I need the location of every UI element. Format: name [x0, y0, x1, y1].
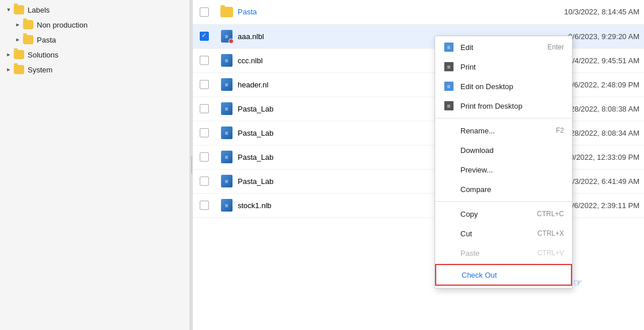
- file-name: Pasta_Lab: [238, 105, 273, 113]
- file-name: Pasta_Lab: [238, 177, 273, 186]
- print-icon: [443, 61, 455, 72]
- table-row: Pasta_Lab9/28/2022, 8:08:38 AM: [193, 97, 644, 121]
- file-checkbox[interactable]: [200, 7, 209, 17]
- folder-icon: [14, 5, 24, 14]
- checkout-icon: [444, 269, 456, 281]
- download-icon: [443, 144, 455, 156]
- menu-shortcut: F2: [556, 126, 564, 135]
- file-checkbox[interactable]: [200, 80, 209, 89]
- rename-icon: [443, 125, 455, 136]
- file-checkbox[interactable]: [200, 201, 209, 210]
- menu-item-rename[interactable]: Rename... F2: [435, 121, 572, 140]
- file-type-icon: [220, 102, 233, 115]
- file-name: ccc.nlbl: [238, 56, 262, 65]
- file-type-icon: [220, 78, 233, 91]
- file-link[interactable]: Pasta: [238, 7, 257, 16]
- menu-shortcut: Enter: [547, 43, 564, 51]
- file-name: header.nl: [238, 80, 269, 89]
- file-type-icon: [220, 199, 233, 212]
- file-date: 10/3/2022, 8:14:45 AM: [529, 0, 644, 24]
- menu-item-label: Print from Desktop: [460, 102, 564, 110]
- menu-item-label: Rename...: [460, 126, 551, 135]
- table-row: Pasta10/3/2022, 8:14:45 AM: [193, 0, 644, 24]
- menu-item-label: Paste: [460, 249, 533, 258]
- file-list: Pasta10/3/2022, 8:14:45 AMaaa.nlbl9/6/20…: [193, 0, 644, 218]
- edit-desktop-icon: [443, 80, 455, 92]
- cut-icon: [443, 228, 455, 239]
- file-type-icon: [220, 151, 233, 163]
- table-row: Pasta_Lab9/28/2022, 8:08:34 AM: [193, 121, 644, 145]
- file-checkbox[interactable]: [200, 152, 209, 162]
- menu-item-label: Print: [460, 63, 564, 71]
- menu-item-compare[interactable]: Compare: [435, 179, 572, 199]
- menu-item-edit[interactable]: Edit Enter: [435, 37, 572, 57]
- folder-icon: [220, 7, 233, 17]
- sidebar-item-solutions[interactable]: Solutions: [0, 47, 189, 62]
- menu-item-label: Preview...: [460, 166, 564, 174]
- file-name: Pasta_Lab: [238, 153, 273, 162]
- file-name: aaa.nlbl: [238, 32, 264, 41]
- preview-icon: [443, 164, 455, 175]
- file-type-icon: [220, 54, 233, 67]
- menu-shortcut: CTRL+C: [537, 210, 564, 218]
- menu-item-preview[interactable]: Preview...: [435, 160, 572, 179]
- file-type-icon: [220, 30, 233, 43]
- menu-item-checkout[interactable]: Check Out ☞: [435, 264, 572, 286]
- sidebar-item-label: Non production: [37, 21, 87, 29]
- menu-item-label: Edit on Desktop: [460, 82, 564, 91]
- sidebar-item-pasta[interactable]: Pasta: [0, 32, 189, 47]
- menu-item-label: Copy: [460, 210, 532, 218]
- cursor-icon: ☞: [573, 277, 582, 289]
- paste-icon: [443, 247, 455, 259]
- file-type-icon: [220, 175, 233, 187]
- arrow-icon: [5, 66, 13, 74]
- main-content: Pasta10/3/2022, 8:14:45 AMaaa.nlbl9/6/20…: [193, 0, 644, 330]
- menu-item-label: Edit: [460, 43, 543, 52]
- copy-icon: [443, 208, 455, 220]
- menu-item-label: Check Out: [462, 271, 563, 279]
- menu-item-label: Compare: [460, 185, 564, 194]
- context-menu: Edit Enter Print Edit on Desktop Print f…: [435, 36, 573, 289]
- sidebar-item-non-production[interactable]: Non production: [0, 17, 189, 32]
- arrow-icon: [14, 36, 22, 44]
- compare-icon: [443, 183, 455, 195]
- folder-icon: [23, 20, 33, 29]
- sidebar: Labels Non production Pasta Solutions Sy…: [0, 0, 190, 330]
- file-checkbox[interactable]: [200, 56, 209, 65]
- menu-divider: [435, 201, 572, 202]
- file-name: Pasta_Lab: [238, 129, 273, 137]
- sidebar-item-label: Labels: [28, 6, 49, 14]
- folder-icon: [14, 65, 24, 74]
- menu-item-print-desktop[interactable]: Print from Desktop: [435, 96, 572, 116]
- arrow-icon: [5, 51, 13, 59]
- print-desktop-icon: [443, 100, 455, 112]
- menu-shortcut: CTRL+V: [538, 249, 564, 257]
- sidebar-item-system[interactable]: System: [0, 62, 189, 77]
- file-name: stock1.nlb: [238, 201, 272, 210]
- sidebar-item-labels[interactable]: Labels: [0, 2, 189, 17]
- menu-item-copy[interactable]: Copy CTRL+C: [435, 204, 572, 224]
- file-checkbox[interactable]: [200, 176, 209, 186]
- menu-item-edit-desktop[interactable]: Edit on Desktop: [435, 76, 572, 96]
- table-row: Pasta_Lab10/3/2022, 6:41:49 AM: [193, 169, 644, 193]
- file-checkbox[interactable]: [200, 32, 209, 41]
- table-row: stock1.nlb10/6/2022, 2:39:11 PM: [193, 193, 644, 217]
- menu-item-cut[interactable]: Cut CTRL+X: [435, 224, 572, 243]
- sidebar-item-label: System: [28, 66, 52, 74]
- edit-icon: [443, 41, 455, 53]
- menu-item-label: Cut: [460, 229, 533, 238]
- sidebar-item-label: Solutions: [28, 51, 58, 59]
- table-row: aaa.nlbl9/6/2023, 9:29:20 AM: [193, 24, 644, 48]
- arrow-icon: [14, 21, 22, 29]
- menu-item-print[interactable]: Print: [435, 57, 572, 76]
- menu-item-download[interactable]: Download: [435, 140, 572, 160]
- file-checkbox[interactable]: [200, 128, 209, 137]
- menu-item-label: Download: [460, 146, 564, 155]
- menu-divider: [435, 118, 572, 118]
- menu-item-paste[interactable]: Paste CTRL+V: [435, 243, 572, 263]
- file-checkbox[interactable]: [200, 104, 209, 113]
- table-row: header.nl10/6/2022, 2:48:09 PM: [193, 72, 644, 97]
- sidebar-item-label: Pasta: [37, 36, 56, 44]
- table-row: ccc.nlbl10/4/2022, 9:45:51 AM: [193, 48, 644, 72]
- folder-icon: [14, 50, 24, 59]
